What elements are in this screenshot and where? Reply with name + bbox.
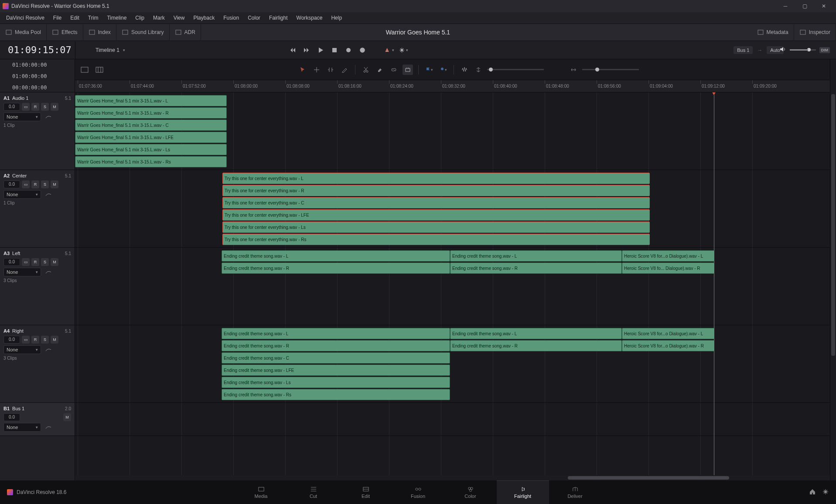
audio-clip[interactable]: Heroic Score V8 for...o Dialogue).wav - … xyxy=(622,250,714,262)
audio-clip[interactable]: Try this one for center everything.wav -… xyxy=(222,197,650,208)
lock-button[interactable]: ▭ xyxy=(22,180,30,188)
view-grid-icon[interactable] xyxy=(94,65,105,75)
vertical-scrollbar[interactable] xyxy=(830,59,836,480)
page-media[interactable]: Media xyxy=(235,480,287,504)
waveform-tool[interactable] xyxy=(459,65,470,75)
track-lane-a2[interactable]: Try this one for center everything.wav -… xyxy=(75,170,830,248)
menu-fusion[interactable]: Fusion xyxy=(219,13,243,23)
inspector-button[interactable]: Inspector xyxy=(794,24,836,41)
horizontal-scrollbar[interactable] xyxy=(75,475,830,480)
automation-mode-select[interactable]: None▾ xyxy=(3,190,41,199)
track-lane-b1[interactable] xyxy=(75,403,830,436)
track-lane-a4[interactable]: Ending credit theme song.wav - LEnding c… xyxy=(75,325,830,403)
audio-clip[interactable]: Ending credit theme song.wav - L xyxy=(450,328,622,339)
adr-button[interactable]: ADR xyxy=(170,24,201,41)
dim-button[interactable]: DIM xyxy=(819,47,830,53)
mute-button[interactable]: M xyxy=(51,103,58,111)
lock-button[interactable]: ▭ xyxy=(22,103,30,111)
audio-clip[interactable]: Warrir Goes Home_final 5.1 mix 3-15.L.wa… xyxy=(75,119,227,131)
rewind-button[interactable] xyxy=(288,45,297,55)
audio-clip[interactable]: Heroic Score V8 for...o Dialogue).wav - … xyxy=(622,328,714,339)
track-lane-a3[interactable]: Ending credit theme song.wav - LEnding c… xyxy=(75,248,830,325)
menu-timeline[interactable]: Timeline xyxy=(102,13,131,23)
menu-file[interactable]: File xyxy=(49,13,66,23)
automation-mode-select[interactable]: None▾ xyxy=(3,345,41,354)
lock-button[interactable]: ▭ xyxy=(22,336,30,344)
menu-help[interactable]: Help xyxy=(327,13,346,23)
tc-marker-row[interactable]: 01:00:00:00 xyxy=(0,59,75,71)
mute-button[interactable]: M xyxy=(51,258,58,266)
marker-blue-tool[interactable]: ▾ xyxy=(438,65,448,75)
solo-button[interactable]: S xyxy=(41,103,49,111)
track-header-a3[interactable]: A3Left5.10.0▭RSMNone▾3 Clips xyxy=(0,248,75,325)
expand-tool[interactable] xyxy=(473,65,484,75)
trim-tool[interactable] xyxy=(325,65,336,75)
audio-clip[interactable]: Ending credit theme song.wav - R xyxy=(450,340,622,351)
audio-clip[interactable]: Ending credit theme song.wav - L xyxy=(450,250,622,262)
link-tool[interactable] xyxy=(389,65,399,75)
audio-clip[interactable]: Warrir Goes Home_final 5.1 mix 3-15.L.wa… xyxy=(75,144,227,155)
menu-playback[interactable]: Playback xyxy=(189,13,219,23)
automation-mode-button[interactable]: ▾ xyxy=(385,45,394,55)
audio-clip[interactable]: Warrir Goes Home_final 5.1 mix 3-15.L.wa… xyxy=(75,156,227,167)
menu-workspace[interactable]: Workspace xyxy=(292,13,327,23)
snap-tool[interactable] xyxy=(403,65,413,75)
automation-mode-select[interactable]: None▾ xyxy=(3,112,41,121)
audio-clip[interactable]: Warrir Goes Home_final 5.1 mix 3-15.L.wa… xyxy=(75,132,227,143)
arm-button[interactable]: R xyxy=(31,336,39,344)
curve-icon[interactable] xyxy=(44,346,52,354)
pencil-tool[interactable] xyxy=(339,65,350,75)
audio-clip[interactable]: Warrir Goes Home_final 5.1 mix 3-15.L.wa… xyxy=(75,95,227,106)
mute-button[interactable]: M xyxy=(51,336,58,344)
horizontal-zoom-slider[interactable] xyxy=(582,69,639,70)
lock-button[interactable]: ▭ xyxy=(22,258,30,266)
media-pool-button[interactable]: Media Pool xyxy=(0,24,47,41)
automation-mode-select[interactable]: None▾ xyxy=(3,423,41,432)
record-button[interactable] xyxy=(344,45,353,55)
track-lane-a1[interactable]: Warrir Goes Home_final 5.1 mix 3-15.L.wa… xyxy=(75,92,830,170)
audio-clip[interactable]: Heroic Score V8 fo... Dialogue).wav - R xyxy=(622,262,714,274)
page-fairlight[interactable]: Fairlight xyxy=(497,480,549,504)
curve-icon[interactable] xyxy=(44,191,52,198)
project-settings-button[interactable] xyxy=(822,488,829,497)
bus-selector[interactable]: Bus 1 xyxy=(734,46,753,54)
stop-button[interactable] xyxy=(330,45,339,55)
vertical-zoom-slider[interactable] xyxy=(487,69,544,70)
menu-view[interactable]: View xyxy=(169,13,189,23)
audio-clip[interactable]: Try this one for center everything.wav -… xyxy=(222,221,650,233)
audio-clip[interactable]: Ending credit theme song.wav - R xyxy=(450,262,622,274)
curve-icon[interactable] xyxy=(44,113,52,121)
audio-clip[interactable]: Try this one for center everything.wav -… xyxy=(222,209,650,221)
menu-davinci-resolve[interactable]: DaVinci Resolve xyxy=(2,13,49,23)
tc-marker-row[interactable]: 00:00:00:00 xyxy=(0,82,75,93)
razor-tool[interactable] xyxy=(361,65,371,75)
page-deliver[interactable]: Deliver xyxy=(549,480,601,504)
audio-clip[interactable]: Ending credit theme song.wav - L xyxy=(222,250,450,262)
maximize-button[interactable]: ▢ xyxy=(795,0,814,12)
mute-button[interactable]: M xyxy=(63,413,71,421)
timeline-selector[interactable]: Timeline 1 ▾ xyxy=(75,47,145,53)
sound-library-button[interactable]: Sound Library xyxy=(116,24,170,41)
audio-clip[interactable]: Ending credit theme song.wav - Ls xyxy=(222,377,450,388)
range-tool[interactable] xyxy=(311,65,322,75)
home-button[interactable] xyxy=(809,488,816,497)
page-fusion[interactable]: Fusion xyxy=(392,480,444,504)
track-header-a1[interactable]: A1Audio 15.10.0▭RSMNone▾1 Clip xyxy=(0,92,75,170)
loop-button[interactable] xyxy=(358,45,367,55)
solo-button[interactable]: S xyxy=(41,336,49,344)
metadata-button[interactable]: Metadata xyxy=(752,24,794,41)
menu-trim[interactable]: Trim xyxy=(84,13,103,23)
curve-icon[interactable] xyxy=(44,423,52,431)
index-button[interactable]: Index xyxy=(83,24,116,41)
effects-button[interactable]: Effects xyxy=(47,24,83,41)
menu-color[interactable]: Color xyxy=(243,13,265,23)
track-header-a4[interactable]: A4Right5.10.0▭RSMNone▾3 Clips xyxy=(0,325,75,403)
audio-clip[interactable]: Ending credit theme song.wav - R xyxy=(222,262,450,274)
menu-edit[interactable]: Edit xyxy=(66,13,84,23)
view-single-icon[interactable] xyxy=(79,65,90,75)
page-color[interactable]: Color xyxy=(444,480,497,504)
audio-clip[interactable]: Ending credit theme song.wav - R xyxy=(222,340,450,351)
timeline-ruler[interactable]: 01:07:36:0001:07:44:0001:07:52:0001:08:0… xyxy=(75,80,830,92)
curve-icon[interactable] xyxy=(44,268,52,276)
pointer-tool[interactable] xyxy=(297,65,308,75)
